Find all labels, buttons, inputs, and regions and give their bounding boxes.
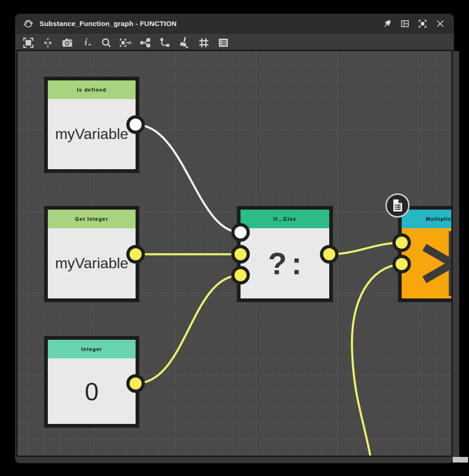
input-port-ifelse-true[interactable] [231,245,250,264]
pin-icon [382,19,392,29]
clean-layout-icon [178,36,191,49]
clean-layout-button[interactable] [176,36,193,50]
input-port-ifelse-condition[interactable] [231,223,250,242]
vertical-scrollbar-track[interactable] [453,51,459,462]
branch-nodes-icon [139,37,152,49]
toolbar: 1:1 i [15,34,454,51]
output-port-ifelse[interactable] [320,245,339,264]
scrollbar-thumb[interactable] [453,457,468,463]
layout-icon [400,19,410,29]
titlebar[interactable]: Substance_Function_graph - FUNCTION [15,14,454,33]
output-port-integer[interactable] [126,374,145,393]
pin-button[interactable] [381,18,393,30]
function-curve-icon [23,18,34,29]
frame-grid-icon [198,37,210,49]
document-badge[interactable] [385,193,410,218]
graph-window: Substance_Function_graph - FUNCTION [15,14,454,463]
graph-canvas[interactable]: Is defined myVariable Get Integer myVari… [18,51,451,456]
input-port-multiplication-a[interactable] [392,233,411,252]
output-port-get-integer[interactable] [126,245,145,264]
window-title: Substance_Function_graph - FUNCTION [39,20,176,27]
actual-size-icon: 1:1 [41,37,54,49]
search-icon [100,37,112,49]
screenshot-button[interactable] [59,36,76,50]
wire-integer-to-ifelse[interactable] [136,275,241,383]
close-icon [435,19,445,29]
camera-icon [61,37,74,49]
one-to-one-label: 1:1 [45,40,51,45]
link-reference-icon [119,37,133,49]
search-button[interactable] [98,36,115,50]
wire-isdefined-to-ifelse[interactable] [136,125,241,232]
wire-offscreen-to-multiplication[interactable] [352,264,402,456]
branch-nodes-button[interactable] [137,36,154,50]
input-port-ifelse-false[interactable] [231,266,250,284]
actual-size-button[interactable]: 1:1 [39,36,56,50]
wire-ifelse-to-multiplication[interactable] [329,243,402,254]
list-view-button[interactable] [215,36,232,50]
fit-view-button[interactable] [20,36,37,50]
link-reference-button[interactable] [117,36,134,50]
fit-view-icon [22,37,34,49]
maximize-icon [417,19,428,29]
svg-text:i: i [85,37,87,47]
info-button[interactable]: i [78,36,95,50]
input-port-multiplication-b[interactable] [392,255,411,273]
frame-grid-button[interactable] [195,36,212,50]
output-port-is-defined[interactable] [126,115,145,134]
close-button[interactable] [434,18,446,30]
maximize-button[interactable] [417,18,429,30]
document-badge-icon [391,198,404,212]
connection-style-button[interactable] [156,36,173,50]
layout-button[interactable] [399,18,411,30]
info-icon: i [81,36,93,49]
connection-style-icon [159,37,171,49]
list-view-icon [217,37,229,49]
